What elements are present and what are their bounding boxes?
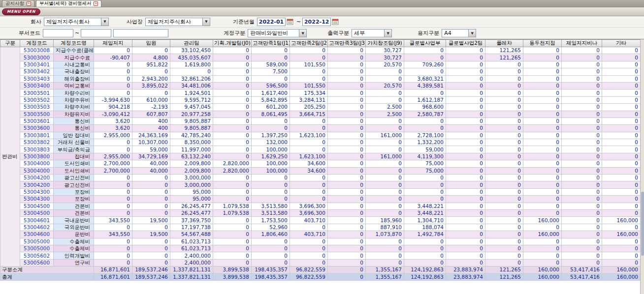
cell-account-name[interactable]: 차량주차비 [54,104,94,111]
cell-account-code[interactable]: 53003401 [20,61,54,68]
period-from-field[interactable]: 2022-01 [257,18,286,26]
cell-account-name[interactable]: 인력개발비 [54,252,94,259]
cell-amount[interactable]: 0 [366,196,404,203]
cell-amount[interactable]: 1,612,187 [404,96,446,103]
cell-account-code[interactable]: 53003500 [20,111,54,118]
cell-amount[interactable]: 0 [485,68,523,75]
cell-account-name[interactable]: 지급수수료(클레임) [54,47,94,54]
cell-amount[interactable]: 3,000,000 [170,181,213,188]
cell-amount[interactable]: 0 [562,47,602,54]
cell-amount[interactable]: 400 [132,118,170,124]
cell-amount[interactable]: 0 [94,259,132,266]
cell-amount[interactable]: 59,000 [404,146,446,153]
cell-amount[interactable]: 0 [562,259,602,266]
table-row[interactable]: 53003800접대비2,955,00034,729,16963,132,240… [0,153,641,160]
cell-amount[interactable]: 101,550 [290,61,328,68]
table-row[interactable]: 53004000도서인쇄비2,700,00040,0002,009,8002,8… [0,160,641,167]
cell-amount[interactable]: 0 [290,125,328,132]
cell-amount[interactable]: 2,943,200 [132,75,170,82]
cell-amount[interactable]: 37,369,750 [170,217,213,224]
cell-account-code[interactable]: 53003803 [20,146,54,153]
cell-amount[interactable]: 1,492,784 [404,231,446,238]
cell-amount[interactable]: 0 [562,61,602,68]
cell-amount[interactable]: 3,513,580 [252,203,290,209]
cell-amount[interactable]: 0 [523,132,562,139]
cell-amount[interactable]: 0 [366,259,404,266]
menu-open-button[interactable]: MENU OPEN [2,8,40,15]
cell-amount[interactable]: 0 [213,181,252,188]
cell-amount[interactable]: 0 [446,209,485,216]
cell-amount[interactable]: 0 [562,238,602,245]
cell-amount[interactable]: 0 [132,181,170,188]
cell-amount[interactable]: 0 [562,153,602,160]
cell-amount[interactable]: 160,000 [602,266,641,273]
table-row[interactable]: 53003803부의금/축의금059,00011,997,0000100,000… [0,146,641,153]
cell-amount[interactable]: 0 [485,196,523,203]
cell-amount[interactable]: 0 [446,82,485,89]
cell-amount[interactable]: 0 [404,245,446,252]
cell-amount[interactable]: 132,000 [252,139,290,146]
cell-amount[interactable]: 0 [132,238,170,245]
cell-amount[interactable]: 0 [562,75,602,82]
cell-amount[interactable]: 11,997,000 [170,146,213,153]
cell-amount[interactable]: 3,620 [94,118,132,124]
cell-amount[interactable]: 0 [366,89,404,96]
cell-amount[interactable]: 0 [562,224,602,231]
cell-amount[interactable]: 3,664,715 [290,111,328,118]
cell-account-code[interactable]: 53004500 [20,209,54,216]
cell-amount[interactable]: 0 [252,75,290,82]
cell-account-code[interactable]: 53004000 [20,160,54,167]
cell-amount[interactable]: 0 [523,209,562,216]
cell-amount[interactable]: 0 [562,82,602,89]
cell-amount[interactable]: 0 [328,160,366,167]
cell-account-code[interactable]: 53003400 [20,82,54,89]
cell-amount[interactable]: 0 [523,82,562,89]
cell-amount[interactable]: 0 [602,259,641,266]
table-row[interactable]: 53003801일반 접대비2,955,00024,363,16942,785,… [0,132,641,139]
cell-amount[interactable]: 0 [523,238,562,245]
cell-amount[interactable]: 0 [328,175,366,181]
cell-amount[interactable]: 0 [602,96,641,103]
cell-amount[interactable]: 33,102,450 [170,47,213,54]
cell-amount[interactable]: 0 [602,47,641,54]
table-row[interactable]: 53004601국내운반비343,55019,50037,369,75001,7… [0,217,641,224]
cell-amount[interactable]: 0 [446,54,485,61]
table-row[interactable]: 53004500견본비0026,245,4771,079,5383,513,58… [0,203,641,209]
table-row[interactable]: 53005602인력개발비002,400,00000000000000 [0,252,641,259]
cell-amount[interactable]: 0 [366,118,404,124]
cell-amount[interactable]: 0 [404,125,446,132]
cell-amount[interactable]: 0 [366,125,404,132]
cell-amount[interactable]: 0 [213,188,252,195]
period-to-field[interactable]: 2022-12 [302,18,331,26]
cell-amount[interactable]: 0 [213,146,252,153]
cell-amount[interactable]: 3,696,300 [290,209,328,216]
cell-amount[interactable]: 0 [328,68,366,75]
cell-amount[interactable]: 3,513,580 [252,209,290,216]
cell-amount[interactable]: 121,265 [485,273,523,280]
cell-amount[interactable]: 0 [404,68,446,75]
cell-amount[interactable]: 0 [213,96,252,103]
cell-amount[interactable]: 2,009,800 [170,167,213,174]
cell-amount[interactable]: 0 [446,89,485,96]
cell-amount[interactable]: 160,000 [602,273,641,280]
cell-amount[interactable]: 0 [94,61,132,68]
column-header[interactable]: 구분 [0,40,20,47]
cell-amount[interactable]: 0 [290,146,328,153]
cell-amount[interactable]: 0 [446,217,485,224]
calendar-icon[interactable] [332,18,339,25]
cell-amount[interactable]: 9,457,045 [170,104,213,111]
cell-amount[interactable]: 0 [404,54,446,61]
column-header[interactable]: 기타 [602,40,641,47]
cell-amount[interactable]: 0 [213,118,252,124]
cell-amount[interactable]: 0 [485,217,523,224]
cell-amount[interactable]: 0 [523,224,562,231]
cell-amount[interactable]: 0 [366,245,404,252]
cell-amount[interactable]: 42,785,240 [170,132,213,139]
cell-amount[interactable]: 0 [446,245,485,252]
cell-account-code[interactable]: 53003800 [20,153,54,160]
cell-amount[interactable]: 0 [602,238,641,245]
cell-amount[interactable]: 175,334 [290,89,328,96]
cell-amount[interactable]: 2,820,000 [213,160,252,167]
cell-amount[interactable]: -3,994,630 [94,96,132,103]
cell-amount[interactable]: 1,629,250 [252,153,290,160]
